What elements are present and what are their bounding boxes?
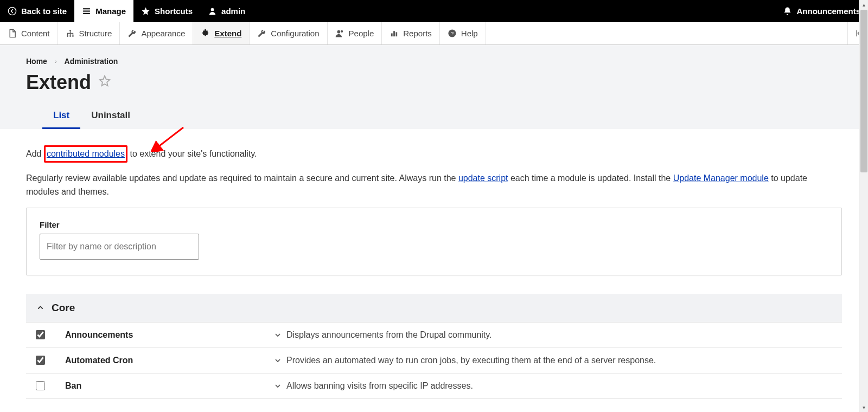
menu-structure-label: Structure (79, 29, 112, 38)
menu-extend-label: Extend (214, 29, 241, 38)
page-title-text: Extend (26, 71, 91, 94)
module-checkbox[interactable] (36, 381, 45, 390)
scroll-down-icon[interactable]: ▾ (859, 403, 868, 412)
module-name: Automated Cron (65, 356, 269, 365)
update-script-link[interactable]: update script (458, 173, 508, 183)
annotation-arrow-icon (151, 125, 189, 152)
admin-menu: Content Structure Appearance Extend Conf… (0, 22, 868, 45)
module-checkbox-wrap (36, 330, 65, 339)
admin-topbar: Back to site Manage Shortcuts admin Anno… (0, 0, 868, 22)
highlighted-link-box: contributed modules (44, 145, 127, 163)
menu-appearance-label: Appearance (141, 29, 185, 38)
module-checkbox-wrap (36, 356, 65, 365)
breadcrumb: Home › Administration (26, 57, 842, 66)
filter-label: Filter (40, 220, 828, 229)
back-to-site-label: Back to site (21, 7, 67, 16)
star-icon (141, 7, 150, 16)
group-core-header[interactable]: Core (26, 294, 842, 323)
breadcrumb-separator-icon: › (55, 58, 57, 65)
favorite-star-icon[interactable] (99, 75, 111, 90)
wrench-icon (127, 29, 137, 38)
page-title: Extend (26, 71, 842, 94)
puzzle-icon (201, 29, 210, 38)
module-checkbox-wrap (36, 381, 65, 390)
svg-point-7 (340, 30, 342, 33)
group-core-label: Core (52, 302, 75, 314)
shortcuts-button[interactable]: Shortcuts (133, 0, 200, 22)
shortcuts-label: Shortcuts (155, 7, 193, 16)
intro-text: to extend your site's functionality. (127, 149, 257, 158)
back-to-site-button[interactable]: Back to site (0, 0, 74, 22)
module-expand-toggle[interactable] (269, 382, 286, 390)
user-icon (208, 7, 217, 16)
admin-user-button[interactable]: admin (200, 0, 253, 22)
chart-icon (390, 29, 399, 38)
manage-label: Manage (95, 7, 126, 16)
filter-input[interactable] (40, 234, 199, 260)
update-manager-link[interactable]: Update Manager module (673, 173, 769, 183)
svg-point-0 (8, 7, 16, 15)
tool-icon (257, 29, 266, 38)
module-name: Ban (65, 381, 269, 391)
intro-line-2: Regularly review available updates and u… (26, 171, 842, 199)
svg-line-13 (157, 127, 183, 147)
people-icon (335, 29, 344, 38)
svg-point-3 (67, 35, 68, 37)
svg-point-4 (69, 35, 71, 37)
intro-text: each time a module is updated. Install t… (508, 173, 673, 183)
module-row: Ban Allows banning visits from specific … (26, 374, 842, 399)
svg-point-1 (211, 8, 214, 11)
menu-people[interactable]: People (328, 22, 382, 44)
menu-configuration-label: Configuration (271, 29, 319, 38)
scroll-thumb[interactable] (860, 10, 867, 172)
back-icon (8, 7, 17, 16)
filter-card: Filter (26, 208, 842, 275)
chevron-up-icon (36, 303, 45, 312)
menu-help[interactable]: ? Help (440, 22, 486, 44)
menu-appearance[interactable]: Appearance (120, 22, 193, 44)
svg-point-5 (72, 35, 74, 37)
manage-button[interactable]: Manage (74, 0, 133, 22)
module-checkbox[interactable] (36, 330, 45, 339)
intro-line-1: Add contributed modules to extend your s… (26, 145, 842, 163)
svg-text:?: ? (451, 30, 454, 36)
menu-structure[interactable]: Structure (58, 22, 120, 44)
menu-content-label: Content (21, 29, 50, 38)
scroll-up-icon[interactable]: ▴ (859, 0, 868, 9)
file-icon (8, 29, 17, 38)
tab-uninstall[interactable]: Uninstall (80, 105, 141, 129)
module-description: Provides an automated way to run cron jo… (286, 356, 832, 365)
module-expand-toggle[interactable] (269, 331, 286, 339)
module-checkbox[interactable] (36, 356, 45, 365)
tabs: List Uninstall (26, 105, 842, 129)
svg-rect-8 (391, 34, 393, 37)
module-description: Allows banning visits from specific IP a… (286, 381, 832, 391)
intro-text: Regularly review available updates and u… (26, 173, 458, 183)
module-name: Announcements (65, 330, 269, 340)
announcements-button[interactable]: Announcements (775, 0, 868, 22)
menu-people-label: People (349, 29, 374, 38)
module-description: Displays announcements from the Drupal c… (286, 330, 832, 340)
menu-reports-label: Reports (403, 29, 432, 38)
hamburger-icon (82, 7, 91, 16)
svg-rect-9 (393, 31, 395, 36)
tab-list[interactable]: List (42, 105, 80, 129)
menu-configuration[interactable]: Configuration (250, 22, 327, 44)
module-expand-toggle[interactable] (269, 356, 286, 365)
breadcrumb-home[interactable]: Home (26, 57, 47, 66)
announcements-label: Announcements (796, 7, 860, 16)
breadcrumb-admin[interactable]: Administration (65, 57, 118, 66)
menu-content[interactable]: Content (0, 22, 58, 44)
hierarchy-icon (66, 29, 75, 38)
menu-extend[interactable]: Extend (193, 22, 250, 44)
intro-text: Add (26, 149, 44, 158)
svg-rect-10 (396, 32, 398, 36)
svg-point-2 (69, 30, 71, 31)
menu-help-label: Help (461, 29, 478, 38)
menu-reports[interactable]: Reports (382, 22, 440, 44)
scrollbar[interactable]: ▴ ▾ (859, 0, 868, 412)
module-row: Automated Cron Provides an automated way… (26, 348, 842, 374)
help-icon: ? (448, 29, 457, 38)
admin-user-label: admin (221, 7, 245, 16)
contributed-modules-link[interactable]: contributed modules (47, 149, 125, 158)
